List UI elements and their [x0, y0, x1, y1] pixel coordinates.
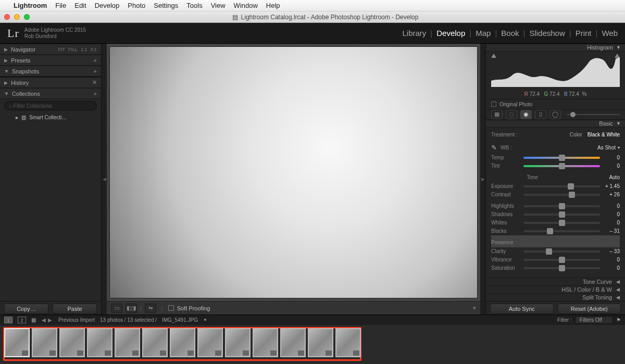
- maximize-window-icon[interactable]: [24, 14, 30, 20]
- auto-sync-button[interactable]: Auto Sync: [490, 304, 554, 314]
- menu-edit[interactable]: Edit: [74, 2, 86, 9]
- thumbnail[interactable]: [225, 328, 251, 357]
- menu-help[interactable]: Help: [266, 2, 280, 9]
- histogram-panel[interactable]: [486, 52, 625, 89]
- primary-screen-button[interactable]: 1: [4, 317, 12, 323]
- module-slideshow[interactable]: Slideshow: [529, 29, 565, 37]
- right-panel-toggle[interactable]: ▶: [480, 44, 485, 315]
- soft-proof-checkbox[interactable]: [168, 305, 174, 311]
- thumbnail[interactable]: [142, 328, 168, 357]
- back-icon[interactable]: ◀: [42, 317, 46, 323]
- smart-collections-item[interactable]: ▸ ▥ Smart Collecti…: [0, 112, 101, 122]
- filmstrip[interactable]: [0, 325, 625, 364]
- presets-header[interactable]: ▶ Presets +: [0, 55, 101, 66]
- app-menu[interactable]: Lightroom: [14, 2, 47, 9]
- copy-button[interactable]: Copy…: [4, 304, 48, 314]
- before-after-icon[interactable]: ◧◨: [126, 304, 137, 313]
- zoom-fit[interactable]: FIT: [58, 47, 65, 52]
- paste-button[interactable]: Paste: [53, 304, 97, 314]
- thumbnail[interactable]: [308, 328, 333, 357]
- filter-select[interactable]: Filters Off: [575, 316, 613, 324]
- thumbnail[interactable]: [253, 328, 278, 357]
- thumbnail[interactable]: [115, 328, 140, 357]
- shadow-clip-icon[interactable]: [491, 54, 496, 58]
- clear-icon[interactable]: ✕: [92, 79, 97, 86]
- hsl-header[interactable]: HSL / Color / B & W◀: [486, 285, 625, 293]
- treatment-bw[interactable]: Black & White: [588, 132, 620, 137]
- thumbnail[interactable]: [87, 328, 113, 357]
- redeye-tool-icon[interactable]: ◉: [520, 110, 532, 119]
- add-icon[interactable]: +: [94, 91, 97, 97]
- saturation-slider[interactable]: Saturation0: [491, 264, 620, 272]
- module-print[interactable]: Print: [576, 29, 592, 37]
- loupe-view-icon[interactable]: ▭: [111, 304, 122, 313]
- spot-removal-icon[interactable]: ◌: [506, 110, 517, 119]
- menu-tools[interactable]: Tools: [186, 2, 202, 9]
- secondary-screen-button[interactable]: 2: [18, 317, 26, 323]
- module-develop[interactable]: Develop: [436, 29, 465, 37]
- highlight-clip-icon[interactable]: [615, 54, 620, 58]
- navigator-header[interactable]: ▶ Navigator FIT FILL 1:1 3:1: [0, 44, 101, 55]
- image-canvas[interactable]: [110, 47, 477, 298]
- left-panel-toggle[interactable]: ◀: [102, 44, 107, 315]
- crop-tool-icon[interactable]: ▦: [491, 110, 503, 119]
- auto-tone-button[interactable]: Auto: [609, 174, 620, 180]
- radial-filter-icon[interactable]: ◯: [549, 110, 561, 119]
- highlights-slider[interactable]: Highlights0: [491, 202, 620, 210]
- zoom-1-1[interactable]: 1:1: [81, 47, 88, 52]
- tint-slider[interactable]: Tint 0: [491, 162, 620, 170]
- thumbnail[interactable]: [280, 328, 306, 357]
- clarity-slider[interactable]: Clarity– 33: [491, 247, 620, 256]
- treatment-color[interactable]: Color: [570, 132, 582, 137]
- forward-icon[interactable]: ▶: [48, 317, 52, 323]
- gradient-filter-icon[interactable]: ▯: [535, 110, 546, 119]
- whites-slider[interactable]: Whites0: [491, 219, 620, 227]
- source-label[interactable]: Previous Import: [58, 317, 95, 323]
- add-icon[interactable]: +: [94, 68, 97, 74]
- snapshots-header[interactable]: ▼ Snapshots +: [0, 66, 101, 77]
- menu-settings[interactable]: Settings: [154, 2, 178, 9]
- add-icon[interactable]: +: [94, 57, 97, 64]
- thumbnail[interactable]: [59, 328, 85, 357]
- menu-photo[interactable]: Photo: [128, 2, 145, 9]
- zoom-fill[interactable]: FILL: [68, 47, 78, 52]
- vibrance-slider[interactable]: Vibrance0: [491, 256, 620, 264]
- histogram-header[interactable]: Histogram ▼: [486, 44, 625, 52]
- wb-eyedropper-icon[interactable]: ✎: [491, 144, 501, 152]
- collections-search[interactable]: ⌕ Filter Collections: [4, 101, 97, 110]
- split-toning-header[interactable]: Split Toning◀: [486, 293, 625, 301]
- menu-develop[interactable]: Develop: [95, 2, 120, 9]
- menu-window[interactable]: Window: [234, 2, 258, 9]
- module-map[interactable]: Map: [476, 29, 491, 37]
- collections-header[interactable]: ▼ Collections +: [0, 88, 101, 99]
- swap-before-after-icon[interactable]: ⇆: [145, 304, 156, 313]
- breadcrumb-chevron-icon[interactable]: ▼: [203, 318, 207, 322]
- toolbar-chevron-icon[interactable]: ▾: [473, 305, 476, 311]
- thumbnail[interactable]: [335, 328, 361, 357]
- thumbnail[interactable]: [32, 328, 57, 357]
- close-window-icon[interactable]: [4, 14, 10, 20]
- tone-curve-header[interactable]: Tone Curve◀: [486, 278, 625, 285]
- module-web[interactable]: Web: [602, 29, 618, 37]
- wb-preset-select[interactable]: As Shot▾: [597, 145, 620, 150]
- menu-view[interactable]: View: [211, 2, 226, 9]
- original-photo-checkbox[interactable]: [491, 102, 496, 107]
- module-book[interactable]: Book: [501, 29, 519, 37]
- module-library[interactable]: Library: [402, 29, 426, 37]
- history-header[interactable]: ▶ History ✕: [0, 77, 101, 88]
- filter-lock-icon[interactable]: ⚑: [616, 317, 621, 323]
- blacks-slider[interactable]: Blacks– 31: [491, 227, 620, 235]
- thumbnail[interactable]: [4, 328, 30, 357]
- exposure-slider[interactable]: Exposure+ 1.45: [491, 182, 620, 191]
- shadows-slider[interactable]: Shadows0: [491, 210, 620, 219]
- thumbnail[interactable]: [197, 328, 223, 357]
- reset-button[interactable]: Reset (Adobe): [558, 304, 621, 314]
- menu-file[interactable]: File: [55, 2, 66, 9]
- temp-slider[interactable]: Temp 0: [491, 154, 620, 162]
- brush-size-slider[interactable]: [567, 114, 620, 115]
- minimize-window-icon[interactable]: [14, 14, 20, 20]
- contrast-slider[interactable]: Contrast+ 26: [491, 191, 620, 199]
- zoom-3-1[interactable]: 3:1: [90, 47, 97, 52]
- thumbnail[interactable]: [170, 328, 195, 357]
- grid-view-icon[interactable]: ▦: [31, 317, 35, 323]
